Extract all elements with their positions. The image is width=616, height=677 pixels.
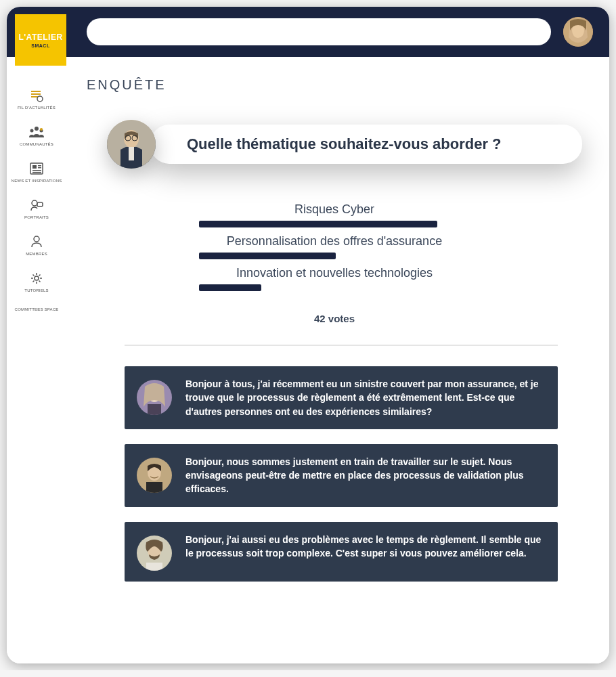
svg-rect-14 — [32, 170, 41, 171]
svg-rect-38 — [146, 563, 162, 571]
sidebar-item-tutorials[interactable]: TUTORIELS — [7, 269, 66, 294]
main-content: ENQUÊTE — [66, 57, 609, 663]
comments-list: Bonjour à tous, j'ai récemment eu un sin… — [125, 366, 558, 582]
svg-point-7 — [30, 129, 34, 133]
members-icon — [28, 234, 45, 249]
survey-question-box: Quelle thématique souhaitez-vous aborder… — [150, 125, 582, 164]
svg-rect-3 — [31, 93, 41, 95]
survey-option[interactable]: Personnalisation des offres d'assurance — [192, 234, 477, 259]
sidebar-item-committees[interactable]: COMMITTEES SPACE — [7, 306, 66, 313]
page-title: ENQUÊTE — [87, 77, 582, 93]
avatar-icon — [563, 17, 593, 47]
sidebar-item-communities[interactable]: COMMUNAUTÉS — [7, 123, 66, 148]
svg-rect-34 — [146, 482, 162, 493]
communities-icon — [28, 125, 45, 139]
svg-rect-17 — [37, 202, 43, 206]
brand-logo[interactable]: L'ATELIER SMACL — [15, 14, 66, 66]
user-avatar[interactable] — [563, 17, 593, 47]
sidebar-item-portraits[interactable]: PORTRAITS — [7, 196, 66, 221]
svg-rect-13 — [38, 167, 41, 169]
svg-point-9 — [40, 128, 43, 131]
svg-point-16 — [32, 200, 37, 206]
svg-rect-24 — [129, 147, 134, 160]
svg-rect-30 — [148, 404, 161, 415]
comment: Bonjour, nous sommes justement en train … — [125, 444, 558, 507]
brand-sub: SMACL — [31, 43, 49, 48]
newspaper-icon — [28, 161, 45, 176]
news-feed-icon — [28, 88, 45, 103]
svg-point-18 — [34, 236, 39, 242]
divider — [125, 345, 558, 346]
search-input[interactable] — [87, 18, 551, 45]
sidebar-item-members[interactable]: MEMBRES — [7, 233, 66, 257]
portraits-icon — [28, 198, 45, 213]
comment: Bonjour à tous, j'ai récemment eu un sin… — [125, 366, 558, 429]
sidebar-item-label: NEWS ET INSPIRATIONS — [12, 179, 62, 183]
survey-author-avatar[interactable] — [107, 120, 156, 169]
sidebar-item-label: TUTORIELS — [24, 288, 48, 292]
sidebar-item-label: FIL D'ACTUALITÉS — [18, 106, 56, 110]
option-label: Innovation et nouvelles technologies — [192, 266, 477, 280]
comment-avatar[interactable] — [137, 458, 172, 493]
sidebar-item-label: COMMUNAUTÉS — [20, 142, 53, 146]
comment-avatar[interactable] — [137, 380, 172, 415]
svg-rect-2 — [31, 91, 41, 92]
comment-text: Bonjour à tous, j'ai récemment eu un sin… — [185, 377, 542, 418]
app-frame: L'ATELIER SMACL FIL D'ACTUALITÉS — [7, 7, 609, 663]
topbar: L'ATELIER SMACL — [7, 7, 609, 57]
sidebar-item-news-inspirations[interactable]: NEWS ET INSPIRATIONS — [7, 160, 66, 184]
option-bar — [199, 221, 437, 227]
option-bar — [199, 284, 261, 291]
survey-header: Quelle thématique souhaitez-vous aborder… — [107, 120, 582, 169]
body: FIL D'ACTUALITÉS COMMUNAUTÉS NEWS ET INS… — [7, 57, 609, 663]
survey-option[interactable]: Innovation et nouvelles technologies — [192, 266, 477, 291]
svg-rect-12 — [38, 165, 41, 167]
svg-point-5 — [37, 96, 43, 102]
sidebar: FIL D'ACTUALITÉS COMMUNAUTÉS NEWS ET INS… — [7, 57, 66, 663]
sidebar-item-news-feed[interactable]: FIL D'ACTUALITÉS — [7, 87, 66, 111]
sidebar-item-label: MEMBRES — [26, 252, 47, 256]
brand-name: L'ATELIER — [18, 32, 62, 42]
survey-options: Risques Cyber Personnalisation des offre… — [87, 202, 582, 324]
svg-point-19 — [35, 276, 39, 280]
survey-option[interactable]: Risques Cyber — [192, 202, 477, 227]
votes-count: 42 votes — [314, 313, 355, 324]
comment-text: Bonjour, nous sommes justement en train … — [185, 455, 542, 496]
survey-question: Quelle thématique souhaitez-vous aborder… — [171, 135, 562, 153]
option-bar — [199, 253, 336, 259]
svg-rect-4 — [31, 96, 38, 97]
comment-avatar[interactable] — [137, 536, 172, 571]
gear-icon — [28, 271, 45, 286]
option-label: Risques Cyber — [192, 202, 477, 217]
option-label: Personnalisation des offres d'assurance — [192, 234, 477, 248]
sidebar-item-label: PORTRAITS — [24, 215, 49, 219]
sidebar-item-label: COMMITTEES SPACE — [15, 307, 59, 311]
comment: Bonjour, j'ai aussi eu des problèmes ave… — [125, 522, 558, 582]
svg-rect-11 — [32, 165, 37, 169]
svg-rect-15 — [32, 172, 41, 173]
svg-point-6 — [35, 127, 39, 131]
comment-text: Bonjour, j'ai aussi eu des problèmes ave… — [185, 533, 542, 561]
